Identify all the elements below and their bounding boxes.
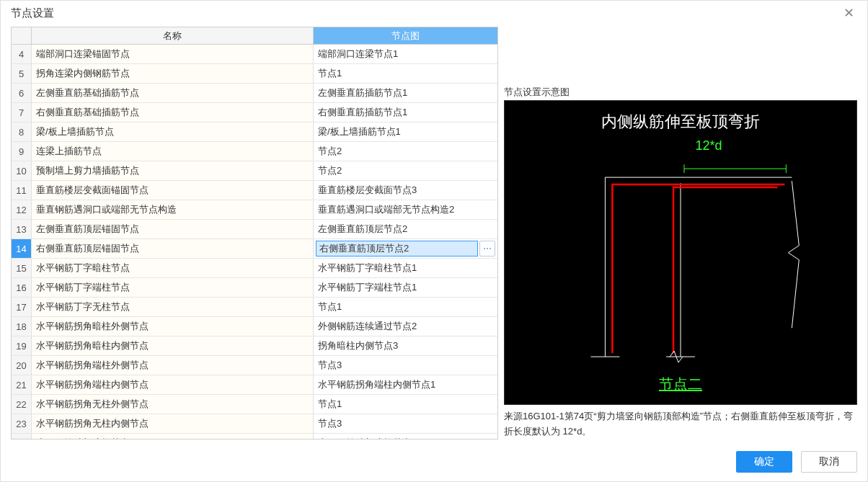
row-number: 5: [12, 64, 32, 83]
table-row[interactable]: 14右侧垂直筋顶层锚固节点右侧垂直筋顶层节点2⋯: [12, 239, 497, 259]
row-number: 14: [12, 239, 32, 258]
titlebar: 节点设置 ✕: [1, 1, 867, 27]
row-name[interactable]: 垂直筋楼层变截面锚固节点: [32, 181, 314, 200]
node-settings-dialog: 节点设置 ✕ 名称 节点图 4端部洞口连梁锚固节点端部洞口连梁节点15拐角连梁内…: [0, 0, 868, 482]
row-node[interactable]: 节点1: [314, 64, 497, 83]
row-node[interactable]: 节点3: [314, 414, 497, 433]
row-number: 24: [12, 434, 32, 439]
col-header-node[interactable]: 节点图: [314, 27, 497, 44]
row-node[interactable]: 左侧垂直筋顶层节点2: [314, 220, 497, 238]
row-name[interactable]: 左侧垂直筋顶层锚固节点: [32, 220, 314, 238]
row-number: 4: [12, 45, 32, 63]
table-row[interactable]: 6左侧垂直筋基础插筋节点左侧垂直筋插筋节点1: [12, 84, 497, 103]
row-number: 7: [12, 103, 32, 122]
row-number: 8: [12, 122, 32, 141]
row-number: 17: [12, 298, 32, 316]
row-name[interactable]: 垂直钢筋遇洞口或端部无节点构造: [32, 200, 314, 219]
preview-canvas: 内侧纵筋伸至板顶弯折 12*d 节点二: [504, 100, 857, 405]
preview-node-label: 节点二: [659, 375, 702, 394]
table-row[interactable]: 13左侧垂直筋顶层锚固节点左侧垂直筋顶层节点2: [12, 220, 497, 239]
table-row[interactable]: 20水平钢筋拐角端柱外侧节点节点3: [12, 356, 497, 375]
row-name[interactable]: 水平钢筋丁字暗柱节点: [32, 259, 314, 277]
row-node[interactable]: 端部洞口连梁节点1: [314, 45, 497, 63]
col-header-name[interactable]: 名称: [32, 27, 314, 44]
row-number: 20: [12, 356, 32, 375]
row-name[interactable]: 连梁上插筋节点: [32, 142, 314, 161]
row-name[interactable]: 右侧垂直筋顶层锚固节点: [32, 239, 314, 258]
table-row[interactable]: 15水平钢筋丁字暗柱节点水平钢筋丁字暗柱节点1: [12, 259, 497, 278]
table-row[interactable]: 7右侧垂直筋基础插筋节点右侧垂直筋插筋节点1: [12, 103, 497, 122]
row-node[interactable]: 水平钢筋丁字暗柱节点1: [314, 259, 497, 277]
row-node[interactable]: 节点3: [314, 356, 497, 375]
table-row[interactable]: 4端部洞口连梁锚固节点端部洞口连梁节点1: [12, 45, 497, 64]
table-row[interactable]: 24水平钢筋端部暗柱节点水平钢筋端部暗柱节点1: [12, 434, 497, 439]
table-row[interactable]: 18水平钢筋拐角暗柱外侧节点外侧钢筋连续通过节点2: [12, 317, 497, 336]
row-name[interactable]: 水平钢筋丁字无柱节点: [32, 298, 314, 316]
row-number: 13: [12, 220, 32, 238]
cancel-button[interactable]: 取消: [801, 451, 857, 473]
row-name[interactable]: 水平钢筋端部暗柱节点: [32, 434, 314, 439]
preview-label: 节点设置示意图: [504, 86, 857, 99]
row-number: 12: [12, 200, 32, 219]
row-name[interactable]: 拐角连梁内侧钢筋节点: [32, 64, 314, 83]
row-node[interactable]: 左侧垂直筋插筋节点1: [314, 84, 497, 102]
table-row[interactable]: 9连梁上插筋节点节点2: [12, 142, 497, 161]
row-number: 23: [12, 414, 32, 433]
row-name[interactable]: 梁/板上墙插筋节点: [32, 122, 314, 141]
row-node[interactable]: 节点2: [314, 161, 497, 180]
ok-button[interactable]: 确定: [736, 451, 792, 473]
table-row[interactable]: 8梁/板上墙插筋节点梁/板上墙插筋节点1: [12, 122, 497, 142]
row-node[interactable]: 右侧垂直筋插筋节点1: [314, 103, 497, 122]
node-table: 名称 节点图 4端部洞口连梁锚固节点端部洞口连梁节点15拐角连梁内侧钢筋节点节点…: [11, 27, 498, 439]
table-row[interactable]: 17水平钢筋丁字无柱节点节点1: [12, 298, 497, 317]
table-row[interactable]: 10预制墙上剪力墙插筋节点节点2: [12, 161, 497, 181]
table-row[interactable]: 19水平钢筋拐角暗柱内侧节点拐角暗柱内侧节点3: [12, 336, 497, 356]
close-icon[interactable]: ✕: [839, 4, 859, 22]
row-number: 11: [12, 181, 32, 200]
row-number: 18: [12, 317, 32, 336]
table-body[interactable]: 4端部洞口连梁锚固节点端部洞口连梁节点15拐角连梁内侧钢筋节点节点16左侧垂直筋…: [12, 45, 497, 439]
row-name[interactable]: 水平钢筋拐角端柱内侧节点: [32, 375, 314, 394]
row-name[interactable]: 水平钢筋拐角暗柱内侧节点: [32, 336, 314, 355]
table-row[interactable]: 5拐角连梁内侧钢筋节点节点1: [12, 64, 497, 84]
row-name[interactable]: 左侧垂直筋基础插筋节点: [32, 84, 314, 102]
row-name[interactable]: 水平钢筋拐角端柱外侧节点: [32, 356, 314, 375]
row-name[interactable]: 右侧垂直筋基础插筋节点: [32, 103, 314, 122]
row-number: 21: [12, 375, 32, 394]
row-node[interactable]: 水平钢筋丁字端柱节点1: [314, 278, 497, 297]
dialog-body: 名称 节点图 4端部洞口连梁锚固节点端部洞口连梁节点15拐角连梁内侧钢筋节点节点…: [1, 27, 867, 445]
row-node[interactable]: 节点1: [314, 395, 497, 414]
dialog-footer: 确定 取消: [1, 445, 867, 481]
table-row[interactable]: 16水平钢筋丁字端柱节点水平钢筋丁字端柱节点1: [12, 278, 497, 298]
row-node[interactable]: 梁/板上墙插筋节点1: [314, 122, 497, 141]
row-node[interactable]: 节点1: [314, 298, 497, 316]
row-node[interactable]: 外侧钢筋连续通过节点2: [314, 317, 497, 336]
row-name[interactable]: 水平钢筋拐角暗柱外侧节点: [32, 317, 314, 336]
row-name[interactable]: 预制墙上剪力墙插筋节点: [32, 161, 314, 180]
row-node[interactable]: 右侧垂直筋顶层节点2⋯: [314, 239, 497, 258]
table-row[interactable]: 21水平钢筋拐角端柱内侧节点水平钢筋拐角端柱内侧节点1: [12, 375, 497, 395]
col-header-num: [12, 27, 32, 44]
row-node[interactable]: 拐角暗柱内侧节点3: [314, 336, 497, 355]
table-row[interactable]: 22水平钢筋拐角无柱外侧节点节点1: [12, 395, 497, 414]
row-node[interactable]: 垂直筋遇洞口或端部无节点构造2: [314, 200, 497, 219]
row-number: 16: [12, 278, 32, 297]
row-node[interactable]: 水平钢筋拐角端柱内侧节点1: [314, 375, 497, 394]
table-row[interactable]: 23水平钢筋拐角无柱内侧节点节点3: [12, 414, 497, 434]
row-node[interactable]: 节点2: [314, 142, 497, 161]
preview-spacer: [504, 27, 857, 84]
row-node[interactable]: 水平钢筋端部暗柱节点1: [314, 434, 497, 439]
table-row[interactable]: 11垂直筋楼层变截面锚固节点垂直筋楼层变截面节点3: [12, 181, 497, 200]
node-browse-button[interactable]: ⋯: [479, 241, 495, 256]
row-node[interactable]: 垂直筋楼层变截面节点3: [314, 181, 497, 200]
preview-dimension: 12*d: [696, 138, 722, 153]
table-row[interactable]: 12垂直钢筋遇洞口或端部无节点构造垂直筋遇洞口或端部无节点构造2: [12, 200, 497, 220]
row-name[interactable]: 水平钢筋拐角无柱内侧节点: [32, 414, 314, 433]
node-edit-input[interactable]: 右侧垂直筋顶层节点2: [316, 241, 478, 256]
row-name[interactable]: 水平钢筋拐角无柱外侧节点: [32, 395, 314, 414]
dialog-title: 节点设置: [11, 6, 54, 20]
row-number: 22: [12, 395, 32, 414]
row-name[interactable]: 端部洞口连梁锚固节点: [32, 45, 314, 63]
preview-description: 来源16G101-1第74页“剪力墙竖向钢筋顶部构造”节点；右侧垂直筋伸至板顶弯…: [504, 409, 857, 439]
row-name[interactable]: 水平钢筋丁字端柱节点: [32, 278, 314, 297]
